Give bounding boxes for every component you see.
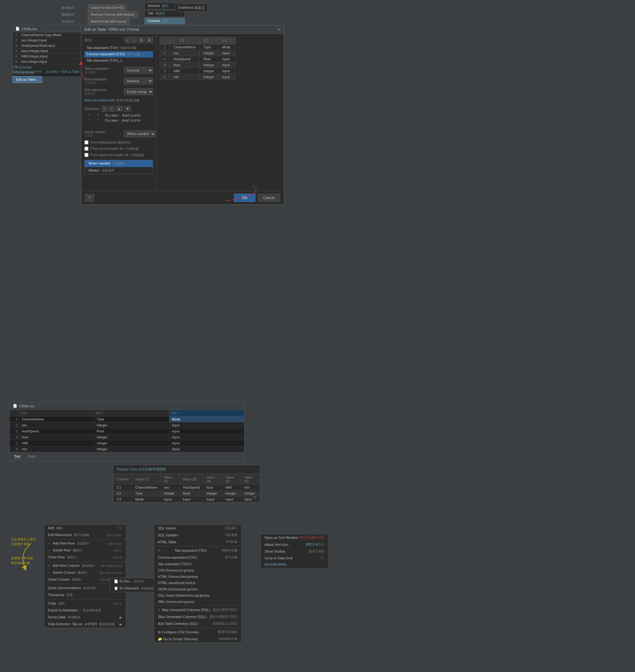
csv-row-5: HMI,Integer,Input (19, 54, 84, 59)
tab-text[interactable]: Text (13, 454, 22, 459)
dump-json-groovy[interactable]: JSON-Groovy.json.groovy (154, 586, 241, 592)
dump-csv-groovy[interactable]: CSV-Groovy.csv.groovy (154, 567, 241, 573)
ctx-divider-4 (44, 599, 126, 600)
dropdown-when-needed[interactable]: When needed 当需要时 (85, 160, 153, 167)
ctx-delete-row[interactable]: − Delete Row 删除行 Ctrl+Y (44, 547, 126, 554)
format-list: Tab-separated (TSV) 制表符分隔 Comma-separate… (84, 45, 153, 63)
ctx-edit[interactable]: Edit 编辑 F2 (44, 525, 126, 532)
format-item-tsv1[interactable]: Tab-separated (TSV)_1 (84, 58, 153, 63)
edit-as-table-button[interactable]: Edit as Table... (13, 76, 42, 83)
add-format-icon-btn[interactable]: + (124, 37, 130, 43)
row-separator-select[interactable]: Newline (124, 78, 153, 84)
first-row-header-checkbox[interactable] (84, 147, 88, 151)
dump-go-scripts[interactable]: 📁 Go to Scripts Directory 转到脚本目录 (154, 635, 241, 643)
dropdown-always[interactable]: Always 总是这样 (85, 167, 153, 174)
down-quote-btn[interactable]: ▼ (124, 106, 131, 111)
col-c2-header[interactable]: C2 ⇅ (94, 410, 169, 416)
col-c3-header[interactable]: C3 ⇅ (170, 410, 244, 416)
dump-skip-generated[interactable]: Skip Generated Columns (SQL) 跳过生成的列 (SQL… (154, 613, 241, 620)
trim-whitespaces-checkbox[interactable] (84, 140, 88, 144)
csv-content-table: 1ChannelName,Type,Mode 2sec,Integer,Inpu… (13, 32, 84, 70)
click-corner-annotation: 点击表格左上角可以全整个表格 (11, 537, 36, 546)
row-separator-row: Row separator: 行分隔符 Newline (84, 77, 153, 85)
dump-configure-csv[interactable]: ⚙ Configure CSV Formats... 配置CSV格式 (154, 629, 241, 635)
dump-html-table[interactable]: HTML Table HTML表 (154, 539, 241, 545)
settings-icon[interactable]: ⚙ (253, 495, 257, 500)
export-submenu: 📄 To File... 到文件 📋 To Clipboard 到剪贴板 (110, 578, 160, 592)
remove-format-icon-btn[interactable]: − (131, 37, 137, 43)
rv-col-val2: Value (2) (161, 474, 179, 485)
ctx-export-db[interactable]: Export to Database... 导出到数据库 (44, 607, 126, 614)
dump-sql-inserts[interactable]: SQL Inserts SQL插入 (154, 525, 241, 532)
ctx-delete-column[interactable]: − Delete Column 删除列 Alt+Shift+Delete (44, 569, 126, 576)
dialog-footer: ? OK Cancel (81, 191, 284, 205)
more-format-icon-btn[interactable]: ▼ (146, 37, 153, 43)
right-show-toolbar[interactable]: Show Toolbar 显示工具栏 (261, 548, 328, 555)
first-col-header-checkbox[interactable] (84, 153, 88, 157)
ctx-edit-maximized[interactable]: Edit Maximized 最大化编辑 Shift+Enter (44, 532, 126, 539)
dump-tsv1[interactable]: Tab-separated (TSV)1 (154, 561, 241, 567)
quote-values-select[interactable]: When needed Always (124, 130, 156, 137)
format-item-tsv[interactable]: Tab-separated (TSV) 制表符分隔 (84, 45, 153, 51)
ctx-copy[interactable]: Copy 复制 Ctrl+C (44, 600, 126, 607)
dump-xml-groovy[interactable]: XML-Groovy.xml.groovy (154, 598, 241, 605)
editor-close-btn[interactable]: × (38, 404, 40, 407)
dump-tsv[interactable]: ✓ Tab-separated (TSV) 制表符分隔 (154, 547, 241, 554)
dump-add-table-def[interactable]: Add Table Definition (SQL) 添加表定义 (SQL) (154, 620, 241, 627)
right-adjust-font[interactable]: Adjust font size... 调整字体大小 (261, 541, 328, 548)
list-item: C3ModeInputInputInputInputInput (114, 497, 260, 502)
table-row: 6 min Integer Input (10, 446, 244, 452)
ctx-add-row[interactable]: + Add New Row 添加新行 Alt+Insert (44, 540, 126, 547)
dump-html-groovy[interactable]: HTML-Groovy.html.groovy (154, 573, 241, 580)
help-button[interactable]: ? (85, 194, 94, 202)
dump-csv[interactable]: Comma-separated (CSV) 逗号分隔 (154, 554, 241, 561)
first-row-header-label: First row is header 第一行是标题 (90, 147, 139, 151)
up-quote-btn[interactable]: ▲ (116, 106, 123, 111)
quote-values-dropdown[interactable]: When needed 当需要时 Always 总是这样 (84, 160, 153, 174)
col-num-header (10, 410, 19, 416)
dump-sql-updates[interactable]: SQL Updates SQL更新 (154, 532, 241, 539)
edit-hint-annotation: 鼠标光标放csv文件中，点击edit--> Edit as Table (13, 70, 79, 74)
col-c1-header[interactable]: C1 ⇅ (19, 410, 94, 416)
tab-data[interactable]: Data (27, 454, 37, 459)
dump-html-js[interactable]: HTML-JavaScript.html.js (154, 580, 241, 586)
remove-quote-btn[interactable]: − (109, 106, 114, 111)
ctx-data-extractor[interactable]: Data Extractor: Tab-se...d (TSV) 数据提取器 (44, 621, 126, 628)
add-quote-btn[interactable]: + (102, 106, 107, 111)
quote-item-2: ' ' Escape: duplicate (84, 119, 153, 123)
export-to-clipboard[interactable]: 📋 To Clipboard 到剪贴板 (110, 585, 160, 592)
table-row: 1 ChannelName Type Mode (10, 416, 244, 422)
copy-format-button[interactable]: Copy Format (Ctrl+D) (88, 4, 127, 11)
export-to-file[interactable]: 📄 To File... 到文件 (110, 578, 160, 585)
ok-button[interactable]: OK (234, 194, 255, 202)
ctx-add-column[interactable]: + Add New Column 添加新列 Alt+Shift+Insert (44, 562, 126, 569)
ctx-dump-data[interactable]: Dump Data 转储数据 (44, 614, 126, 621)
value-separator-select[interactable]: Comma Tab Semicolon (124, 67, 153, 74)
preview-row-6: 6minIntegerInput (160, 74, 236, 80)
right-open-tool-window[interactable]: Open as Tool Window 作为工具窗口打开 (261, 534, 328, 541)
close-button[interactable]: ✕ (277, 27, 281, 32)
ctx-transpose[interactable]: Transpose 转置 (44, 592, 126, 598)
add-format-button[interactable]: Add Format (Alt+Insert) (88, 18, 130, 24)
add-row-prefix-link[interactable]: Add row prefix/suffix 添加行前缀/后缀 (84, 98, 153, 103)
format-item-csv[interactable]: Comma-separated (CSV) 逗号分隔 (84, 51, 153, 58)
rv-col-val3: Value (3) (179, 474, 203, 485)
edit-format-dialog: Edit as Table: 'CR6A.csv' Format ✕ 格式: +… (81, 25, 284, 205)
rv-col-val5: Value (5) (222, 474, 241, 485)
right-jump-data-grid[interactable]: Jump to Data Grid F4 (261, 555, 328, 561)
quotation-label: Quotation: + − ▲ ▼ (84, 106, 153, 111)
quote-values-row: Quote values: 引用值 When needed Always (84, 130, 153, 138)
csv-content-annotation: CSV文件内容 (13, 65, 32, 70)
ctx-clone-row[interactable]: Clone Row 复制行 Ctrl+D (44, 554, 126, 561)
dropdown-item-comma[interactable]: Comma 逗号 (144, 18, 185, 24)
null-value-row: Null value text: 空值文本 Empty string (84, 88, 153, 96)
regular-view-header[interactable]: Regular View 点击切换常规视图 (113, 465, 260, 474)
preview-col-c2: C2 ⇅ (199, 37, 218, 44)
dump-skip-computed[interactable]: ✓ Skip Computed Columns (SQL) 跳过计算列 (SQL… (154, 606, 241, 613)
null-value-select[interactable]: Empty string (124, 88, 153, 95)
copy-format-icon-btn[interactable]: ⧉ (138, 37, 145, 43)
cancel-button[interactable]: Cancel (258, 194, 280, 202)
remove-format-button[interactable]: Remove Format (Alt+Delete) (88, 11, 137, 18)
dump-sql-groovy[interactable]: SQL-Insert-Statements.sql.groovy (154, 592, 241, 598)
dump-divider-1 (154, 546, 241, 546)
